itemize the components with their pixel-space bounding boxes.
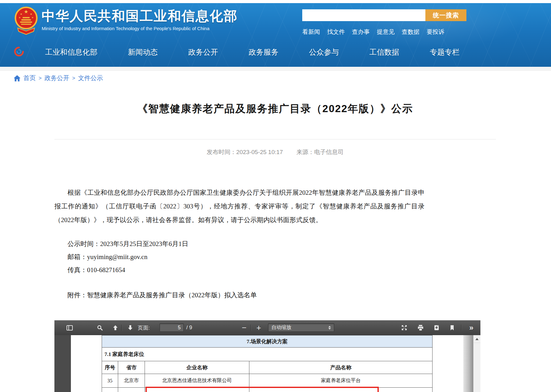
unified-search-button[interactable]: 统一搜索 <box>425 9 466 21</box>
national-emblem-logo: ★ ★ ★ ★ ★ <box>14 5 39 36</box>
search-box: 统一搜索 <box>302 9 466 21</box>
site-title-cn: 中华人民共和国工业和信息化部 <box>42 7 238 25</box>
nav-item-gov-disclosure[interactable]: 政务公开 <box>188 47 218 57</box>
quick-link-documents[interactable]: 找文件 <box>327 28 345 36</box>
printer-icon <box>418 325 424 330</box>
pdf-scrollbar[interactable] <box>473 335 480 392</box>
page-edge-shadow <box>463 335 473 392</box>
pdf-toolbar: 页面: / 9 − + 自动缩放 <box>54 320 480 335</box>
quick-link-services[interactable]: 查办事 <box>352 28 370 36</box>
cell-province: 北京市 <box>118 374 145 388</box>
article-paragraph: 根据《工业和信息化部办公厅民政部办公厅国家卫生健康委办公厅关于组织开展2022年… <box>54 186 424 227</box>
toolbar-divider <box>461 325 461 331</box>
miit-swirl-icon <box>14 46 24 57</box>
pdf-content-area: 7.场景化解决方案 7.1 家庭养老床位 序号 省市 企业名称 产品名称 35 … <box>54 335 480 392</box>
nav-item-miit[interactable]: 工业和信息化部 <box>45 47 97 57</box>
attachment-link[interactable]: 附件：智慧健康养老产品及服务推广目录（2022年版）拟入选名单 <box>54 291 424 299</box>
notice-period-line: 公示时间：2023年5月25日至2023年6月1日 <box>54 237 424 250</box>
nav-item-news[interactable]: 新闻动态 <box>128 47 158 57</box>
arrow-down-icon <box>128 325 133 330</box>
quick-link-news[interactable]: 看新闻 <box>302 28 320 36</box>
breadcrumb: 首页 > 政务公开 > 文件公示 <box>14 74 103 82</box>
title-divider <box>54 139 496 139</box>
main-nav: 工业和信息化部 新闻动态 政务公开 政务服务 公众参与 工信数据 专题专栏 <box>45 47 460 57</box>
nav-item-public-participation[interactable]: 公众参与 <box>309 47 339 57</box>
miit-webpage: ★ ★ ★ ★ ★ 中华人民共和国工业和信息化部 Ministry of Ind… <box>0 0 551 392</box>
find-button[interactable] <box>95 323 104 332</box>
breadcrumb-gov-disclosure[interactable]: 政务公开 <box>44 74 69 82</box>
sidebar-icon <box>67 325 73 330</box>
zoom-out-button[interactable]: − <box>239 323 249 332</box>
bookmark-icon <box>450 325 454 330</box>
download-button[interactable] <box>432 323 441 332</box>
search-input[interactable] <box>302 9 425 21</box>
table-subsection-header: 7.1 家庭养老床位 <box>102 348 433 361</box>
page-title: 《智慧健康养老产品及服务推广目录（2022年版）》公示 <box>54 102 496 116</box>
email-line: 邮箱：yuyiming@miit.gov.cn <box>54 250 424 263</box>
home-icon[interactable] <box>14 75 21 81</box>
svg-text:★: ★ <box>20 13 22 16</box>
col-header-company: 企业名称 <box>145 361 249 374</box>
quick-links: 看新闻 找文件 查办事 提意见 查数据 要投诉 <box>302 28 444 36</box>
presentation-mode-button[interactable] <box>400 323 409 332</box>
col-header-product: 产品名称 <box>249 361 433 374</box>
nav-item-special-topics[interactable]: 专题专栏 <box>430 47 460 57</box>
site-title: 中华人民共和国工业和信息化部 Ministry of Industry and … <box>42 7 238 31</box>
col-header-province: 省市 <box>118 361 145 374</box>
svg-text:★: ★ <box>30 13 32 16</box>
fax-line: 传真：010-68271654 <box>54 263 424 276</box>
scroll-up-button[interactable] <box>474 335 480 343</box>
svg-text:★: ★ <box>32 16 34 19</box>
quick-link-data[interactable]: 查数据 <box>402 28 419 36</box>
breadcrumb-file-notice[interactable]: 文件公示 <box>78 74 103 82</box>
svg-text:★: ★ <box>19 16 21 19</box>
article-body: 根据《工业和信息化部办公厅民政部办公厅国家卫生健康委办公厅关于组织开展2022年… <box>54 186 424 299</box>
fullscreen-icon <box>401 325 407 330</box>
highlight-box <box>146 387 379 392</box>
page-number-input[interactable] <box>160 323 184 332</box>
breadcrumb-separator: > <box>72 75 75 81</box>
table-row: 35 北京市 北京恩杰佳通信息技术有限公司 家庭养老床位平台 <box>102 374 433 388</box>
article-source: 来源：电子信息司 <box>296 149 344 155</box>
scroll-up-icon <box>475 338 479 340</box>
bookmark-button[interactable] <box>447 323 457 332</box>
nav-item-gov-services[interactable]: 政务服务 <box>248 47 278 57</box>
cell-company: 北京恩杰佳通信息技术有限公司 <box>145 374 249 388</box>
catalog-table: 7.场景化解决方案 7.1 家庭养老床位 序号 省市 企业名称 产品名称 35 … <box>102 335 433 392</box>
page-number-label: 页面: <box>138 324 150 331</box>
zoom-in-button[interactable]: + <box>254 323 263 332</box>
header-bottom-strip <box>0 67 551 71</box>
page-up-button[interactable] <box>111 323 120 332</box>
col-header-index: 序号 <box>102 361 118 374</box>
download-icon <box>434 325 439 330</box>
more-tools-button[interactable]: » <box>467 323 476 332</box>
site-title-en: Ministry of Industry and Information Tec… <box>42 26 238 31</box>
pdf-page: 7.场景化解决方案 7.1 家庭养老床位 序号 省市 企业名称 产品名称 35 … <box>71 335 463 392</box>
publish-time: 发布时间：2023-05-25 10:17 <box>207 149 283 155</box>
arrow-up-icon <box>113 325 118 330</box>
pdf-viewer: 页面: / 9 − + 自动缩放 <box>54 320 480 392</box>
sidebar-toggle-button[interactable] <box>65 323 74 332</box>
search-icon <box>97 325 103 330</box>
svg-text:★: ★ <box>24 9 28 15</box>
toolbar-divider <box>251 325 251 331</box>
cell-index: 35 <box>102 374 118 388</box>
select-arrows-icon <box>328 326 331 330</box>
page-down-button[interactable] <box>126 323 135 332</box>
article-meta: 发布时间：2023-05-25 10:17 来源：电子信息司 <box>54 148 496 156</box>
nav-item-data[interactable]: 工信数据 <box>369 47 399 57</box>
breadcrumb-separator: > <box>39 75 42 81</box>
zoom-select-dropdown[interactable]: 自动缩放 <box>268 323 334 332</box>
toolbar-divider <box>122 325 122 331</box>
zoom-select-value: 自动缩放 <box>271 324 291 331</box>
quick-link-complaints[interactable]: 要投诉 <box>427 28 444 36</box>
cell-product: 家庭养老床位平台 <box>249 374 433 388</box>
print-button[interactable] <box>416 323 425 332</box>
quick-link-suggestions[interactable]: 提意见 <box>377 28 395 36</box>
table-section-header: 7.场景化解决方案 <box>102 335 433 348</box>
breadcrumb-home[interactable]: 首页 <box>23 74 36 82</box>
page-count-label: / 9 <box>186 325 192 331</box>
site-header: ★ ★ ★ ★ ★ 中华人民共和国工业和信息化部 Ministry of Ind… <box>0 3 551 67</box>
